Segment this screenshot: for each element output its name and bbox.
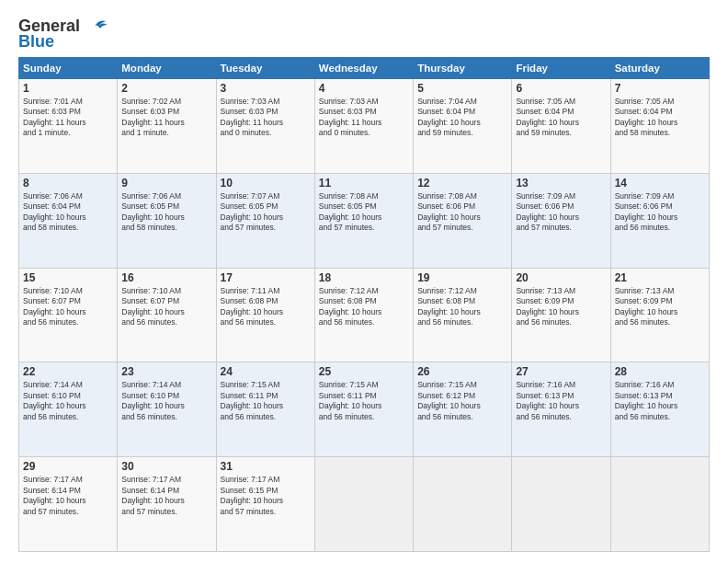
day-number: 20 [516,271,606,284]
day-info: Sunrise: 7:16 AM Sunset: 6:13 PM Dayligh… [615,380,705,422]
calendar-cell: 21Sunrise: 7:13 AM Sunset: 6:09 PM Dayli… [610,268,709,362]
day-info: Sunrise: 7:12 AM Sunset: 6:08 PM Dayligh… [417,286,507,328]
day-number: 15 [23,271,113,284]
day-number: 9 [121,177,211,190]
calendar-cell: 30Sunrise: 7:17 AM Sunset: 6:14 PM Dayli… [118,457,216,552]
day-number: 27 [516,365,606,378]
calendar-cell: 8Sunrise: 7:06 AM Sunset: 6:04 PM Daylig… [19,173,118,268]
day-info: Sunrise: 7:09 AM Sunset: 6:06 PM Dayligh… [516,191,606,234]
calendar-cell: 11Sunrise: 7:08 AM Sunset: 6:05 PM Dayli… [314,173,413,268]
calendar-cell: 12Sunrise: 7:08 AM Sunset: 6:06 PM Dayli… [414,173,512,268]
calendar-cell: 7Sunrise: 7:05 AM Sunset: 6:04 PM Daylig… [610,79,709,174]
calendar-cell: 25Sunrise: 7:15 AM Sunset: 6:11 PM Dayli… [314,362,413,457]
day-number: 14 [615,177,705,190]
day-info: Sunrise: 7:12 AM Sunset: 6:08 PM Dayligh… [319,286,409,328]
day-number: 23 [121,365,211,378]
calendar-cell: 1Sunrise: 7:01 AM Sunset: 6:03 PM Daylig… [19,79,118,174]
header-monday: Monday [118,58,216,79]
day-info: Sunrise: 7:11 AM Sunset: 6:08 PM Dayligh… [221,286,311,328]
calendar-cell: 10Sunrise: 7:07 AM Sunset: 6:05 PM Dayli… [216,173,314,268]
day-number: 8 [23,177,113,190]
calendar-cell: 24Sunrise: 7:15 AM Sunset: 6:11 PM Dayli… [216,362,314,457]
day-number: 21 [615,271,705,284]
calendar-cell: 19Sunrise: 7:12 AM Sunset: 6:08 PM Dayli… [414,268,512,362]
calendar-body: 1Sunrise: 7:01 AM Sunset: 6:03 PM Daylig… [19,79,710,552]
logo-blue-text: Blue [18,32,54,52]
day-number: 31 [221,460,311,473]
calendar-row: 15Sunrise: 7:10 AM Sunset: 6:07 PM Dayli… [19,268,710,362]
day-info: Sunrise: 7:07 AM Sunset: 6:05 PM Dayligh… [221,191,311,234]
day-number: 24 [221,365,311,378]
day-number: 17 [221,271,311,284]
day-info: Sunrise: 7:17 AM Sunset: 6:14 PM Dayligh… [23,475,113,517]
calendar-cell: 13Sunrise: 7:09 AM Sunset: 6:06 PM Dayli… [512,173,610,268]
day-info: Sunrise: 7:01 AM Sunset: 6:03 PM Dayligh… [23,97,113,139]
calendar-cell: 26Sunrise: 7:15 AM Sunset: 6:12 PM Dayli… [414,362,512,457]
day-number: 13 [516,177,606,190]
day-number: 5 [417,82,507,95]
day-info: Sunrise: 7:05 AM Sunset: 6:04 PM Dayligh… [615,97,705,139]
header-sunday: Sunday [19,58,118,79]
calendar-cell: 17Sunrise: 7:11 AM Sunset: 6:08 PM Dayli… [216,268,314,362]
day-number: 30 [121,460,211,473]
calendar-row: 8Sunrise: 7:06 AM Sunset: 6:04 PM Daylig… [19,173,710,268]
day-info: Sunrise: 7:03 AM Sunset: 6:03 PM Dayligh… [221,97,311,139]
calendar-cell [512,457,610,552]
calendar-cell: 3Sunrise: 7:03 AM Sunset: 6:03 PM Daylig… [216,79,314,174]
day-info: Sunrise: 7:08 AM Sunset: 6:06 PM Dayligh… [417,191,507,234]
day-number: 6 [516,82,606,95]
calendar-cell: 20Sunrise: 7:13 AM Sunset: 6:09 PM Dayli… [512,268,610,362]
day-number: 26 [417,365,507,378]
header-thursday: Thursday [414,58,512,79]
day-info: Sunrise: 7:03 AM Sunset: 6:03 PM Dayligh… [319,97,409,139]
calendar-cell: 18Sunrise: 7:12 AM Sunset: 6:08 PM Dayli… [314,268,413,362]
calendar-cell: 23Sunrise: 7:14 AM Sunset: 6:10 PM Dayli… [118,362,216,457]
day-number: 22 [23,365,113,378]
calendar-row: 22Sunrise: 7:14 AM Sunset: 6:10 PM Dayli… [19,362,710,457]
calendar-cell: 4Sunrise: 7:03 AM Sunset: 6:03 PM Daylig… [314,79,413,174]
logo-bird-icon [82,17,108,36]
day-number: 2 [121,82,211,95]
calendar-row: 1Sunrise: 7:01 AM Sunset: 6:03 PM Daylig… [19,79,710,174]
calendar-cell: 14Sunrise: 7:09 AM Sunset: 6:06 PM Dayli… [610,173,709,268]
day-info: Sunrise: 7:13 AM Sunset: 6:09 PM Dayligh… [516,286,606,328]
day-info: Sunrise: 7:10 AM Sunset: 6:07 PM Dayligh… [23,286,113,328]
day-info: Sunrise: 7:14 AM Sunset: 6:10 PM Dayligh… [121,380,211,422]
calendar-cell: 16Sunrise: 7:10 AM Sunset: 6:07 PM Dayli… [118,268,216,362]
day-number: 11 [319,177,409,190]
day-info: Sunrise: 7:14 AM Sunset: 6:10 PM Dayligh… [23,380,113,422]
day-number: 18 [319,271,409,284]
header: General Blue [18,17,710,52]
calendar-cell: 31Sunrise: 7:17 AM Sunset: 6:15 PM Dayli… [216,457,314,552]
day-number: 19 [417,271,507,284]
day-info: Sunrise: 7:17 AM Sunset: 6:14 PM Dayligh… [121,475,211,517]
header-wednesday: Wednesday [314,58,413,79]
day-number: 29 [23,460,113,473]
day-number: 10 [221,177,311,190]
weekday-header-row: Sunday Monday Tuesday Wednesday Thursday… [19,58,710,79]
day-info: Sunrise: 7:16 AM Sunset: 6:13 PM Dayligh… [516,380,606,422]
header-tuesday: Tuesday [216,58,314,79]
calendar-header: Sunday Monday Tuesday Wednesday Thursday… [19,58,710,79]
day-number: 3 [221,82,311,95]
header-saturday: Saturday [610,58,709,79]
day-number: 1 [23,82,113,95]
day-info: Sunrise: 7:05 AM Sunset: 6:04 PM Dayligh… [516,97,606,139]
day-info: Sunrise: 7:06 AM Sunset: 6:05 PM Dayligh… [121,191,211,234]
calendar-cell: 29Sunrise: 7:17 AM Sunset: 6:14 PM Dayli… [19,457,118,552]
day-number: 12 [417,177,507,190]
day-info: Sunrise: 7:10 AM Sunset: 6:07 PM Dayligh… [121,286,211,328]
calendar-cell: 27Sunrise: 7:16 AM Sunset: 6:13 PM Dayli… [512,362,610,457]
day-info: Sunrise: 7:08 AM Sunset: 6:05 PM Dayligh… [319,191,409,234]
calendar-cell: 9Sunrise: 7:06 AM Sunset: 6:05 PM Daylig… [118,173,216,268]
calendar-row: 29Sunrise: 7:17 AM Sunset: 6:14 PM Dayli… [19,457,710,552]
day-info: Sunrise: 7:17 AM Sunset: 6:15 PM Dayligh… [221,475,311,517]
day-info: Sunrise: 7:02 AM Sunset: 6:03 PM Dayligh… [121,97,211,139]
day-number: 28 [615,365,705,378]
day-number: 7 [615,82,705,95]
calendar-cell: 6Sunrise: 7:05 AM Sunset: 6:04 PM Daylig… [512,79,610,174]
day-info: Sunrise: 7:15 AM Sunset: 6:11 PM Dayligh… [221,380,311,422]
calendar-cell: 22Sunrise: 7:14 AM Sunset: 6:10 PM Dayli… [19,362,118,457]
header-friday: Friday [512,58,610,79]
day-number: 25 [319,365,409,378]
